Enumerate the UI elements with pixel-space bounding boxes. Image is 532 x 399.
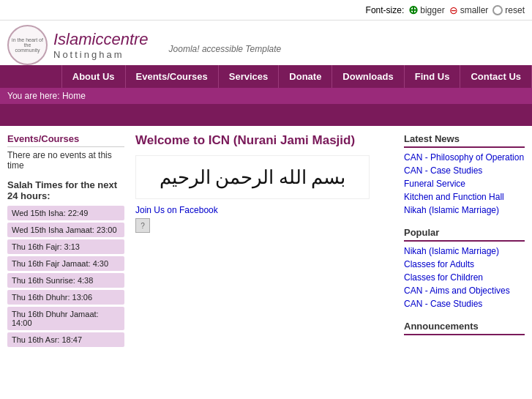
nav-donate[interactable]: Donate bbox=[279, 65, 332, 88]
salah-time-row: Thu 16th Dhuhr: 13:06 bbox=[7, 290, 124, 305]
smaller-button[interactable]: ⊖ smaller bbox=[449, 4, 489, 16]
right-column: Latest News CAN - Philosophy of Operatio… bbox=[404, 133, 525, 349]
bigger-button[interactable]: ⊕ bigger bbox=[408, 3, 444, 17]
nav-events-courses[interactable]: Events/Courses bbox=[126, 65, 219, 88]
news-item-link[interactable]: CAN - Case Studies bbox=[404, 165, 525, 176]
nav-downloads[interactable]: Downloads bbox=[332, 65, 404, 88]
site-name: Islamiccentre bbox=[53, 30, 149, 49]
salah-time-row: Wed 15th Isha Jamaat: 23:00 bbox=[7, 223, 124, 237]
salah-time-row: Thu 16th Dhuhr Jamaat: 14:00 bbox=[7, 307, 124, 330]
events-courses-heading: Events/Courses bbox=[7, 133, 124, 147]
nav-bar: About Us Events/Courses Services Donate … bbox=[0, 65, 532, 88]
join-facebook-link[interactable]: Join Us on Facebook bbox=[135, 205, 393, 215]
logo-text: Islamiccentre Nottingham bbox=[53, 30, 149, 61]
smaller-icon: ⊖ bbox=[449, 4, 458, 16]
salah-time-row: Thu 16th Fajr Jamaat: 4:30 bbox=[7, 256, 124, 271]
logo-area: in the heart of the community Islamiccen… bbox=[7, 25, 281, 65]
welcome-heading: Welcome to ICN (Nurani Jami Masjid) bbox=[135, 133, 393, 148]
purple-banner bbox=[0, 104, 532, 126]
accessible-template-label: Joomla! accessible Template bbox=[169, 44, 282, 54]
nav-services[interactable]: Services bbox=[219, 65, 280, 88]
announcements-heading: Announcements bbox=[404, 321, 525, 335]
salah-time-row: Thu 16th Sunrise: 4:38 bbox=[7, 273, 124, 288]
popular-list: Nikah (Islamic Marriage)Classes for Adul… bbox=[404, 246, 525, 309]
salah-time-row: Thu 16th Asr: 18:47 bbox=[7, 332, 124, 347]
facebook-image-placeholder: ? bbox=[135, 218, 150, 233]
salah-time-row: Wed 15th Isha: 22:49 bbox=[7, 206, 124, 220]
arabic-text: بسم الله الرحمن الرحيم bbox=[135, 155, 370, 199]
left-column: Events/Courses There are no events at th… bbox=[7, 133, 124, 349]
reset-icon bbox=[492, 5, 503, 15]
news-item-link[interactable]: Nikah (Islamic Marriage) bbox=[404, 205, 525, 215]
latest-news-heading: Latest News bbox=[404, 133, 525, 148]
breadcrumb: You are here: Home bbox=[0, 88, 532, 104]
popular-item-link[interactable]: Nikah (Islamic Marriage) bbox=[404, 246, 525, 256]
popular-heading: Popular bbox=[404, 227, 525, 242]
bigger-icon: ⊕ bbox=[408, 3, 418, 17]
news-item-link[interactable]: CAN - Philosophy of Operation bbox=[404, 152, 525, 163]
nav-find-us[interactable]: Find Us bbox=[405, 65, 461, 88]
site-sub: Nottingham bbox=[53, 49, 149, 61]
news-item-link[interactable]: Funeral Service bbox=[404, 179, 525, 189]
logo-circle: in the heart of the community bbox=[7, 25, 48, 65]
news-item-link[interactable]: Kitchen and Function Hall bbox=[404, 192, 525, 202]
salah-time-row: Thu 16th Fajr: 3:13 bbox=[7, 239, 124, 254]
popular-item-link[interactable]: Classes for Adults bbox=[404, 259, 525, 269]
salah-times-heading: Salah Times for the next 24 hours: bbox=[7, 179, 124, 201]
reset-button[interactable]: reset bbox=[492, 5, 525, 15]
main-layout: Events/Courses There are no events at th… bbox=[0, 126, 532, 357]
nav-about-us[interactable]: About Us bbox=[61, 65, 126, 88]
fontsize-label: Font-size: bbox=[366, 5, 405, 15]
center-column: Welcome to ICN (Nurani Jami Masjid) بسم … bbox=[124, 133, 404, 349]
nav-contact-us[interactable]: Contact Us bbox=[460, 65, 532, 88]
popular-item-link[interactable]: CAN - Case Studies bbox=[404, 299, 525, 309]
popular-item-link[interactable]: CAN - Aims and Objectives bbox=[404, 286, 525, 296]
latest-news-list: CAN - Philosophy of OperationCAN - Case … bbox=[404, 152, 525, 215]
top-bar: Font-size: ⊕ bigger ⊖ smaller reset bbox=[0, 0, 532, 20]
popular-item-link[interactable]: Classes for Children bbox=[404, 272, 525, 283]
salah-times-list: Wed 15th Isha: 22:49Wed 15th Isha Jamaat… bbox=[7, 206, 124, 347]
no-events-text: There are no events at this time bbox=[7, 150, 124, 171]
header: in the heart of the community Islamiccen… bbox=[0, 20, 532, 65]
